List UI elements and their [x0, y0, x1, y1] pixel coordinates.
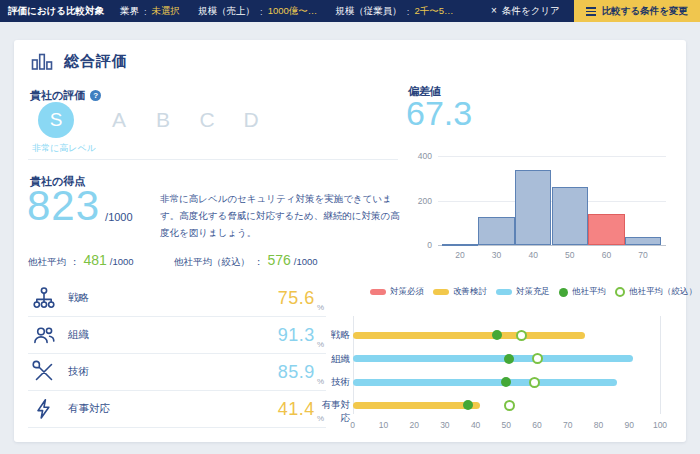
- histogram-bar: [442, 244, 479, 246]
- tools-icon: [32, 360, 56, 384]
- category-row: 戦略75.6%: [28, 280, 326, 317]
- histogram-bar: [552, 187, 589, 245]
- legend-label: 他社平均: [572, 286, 606, 298]
- peer-average-dot: [501, 377, 511, 387]
- legend-label: 他社平均（絞込）: [629, 286, 697, 298]
- filter-value: 未選択: [152, 5, 181, 18]
- peer-average-filtered-denominator: /1000: [294, 256, 318, 267]
- bolt-icon: [32, 397, 56, 421]
- histogram-y-tick: 400: [404, 151, 432, 161]
- bar-chart-icon: [30, 50, 54, 72]
- x-axis-tick: 100: [648, 420, 672, 430]
- x-axis-tick: 10: [371, 420, 395, 430]
- filter-separator: :: [260, 6, 263, 17]
- rating-heading: 貴社の評価?: [30, 88, 101, 103]
- peer-average-filtered-separator: ：: [254, 256, 264, 269]
- grade-b: B: [148, 102, 178, 138]
- peer-average-filtered-label: 他社平均（絞込）: [174, 256, 250, 269]
- histogram-bar: [625, 237, 662, 245]
- category-row: 有事対応41.4%: [28, 391, 326, 428]
- category-value: 91.3: [278, 325, 315, 346]
- peer-average-denominator: /1000: [110, 256, 134, 267]
- x-axis-tick: 50: [494, 420, 518, 430]
- legend-dot: [559, 288, 568, 297]
- row-label: 戦略: [314, 329, 350, 342]
- filter-value: 2千〜5…: [414, 5, 453, 18]
- histogram-bar: [588, 214, 625, 245]
- grade-d: D: [236, 102, 266, 138]
- clear-conditions-label: 条件をクリア: [502, 5, 560, 18]
- score-bar: [353, 332, 585, 339]
- legend-item: 対策必須: [370, 286, 424, 298]
- peer-average-dot: [492, 330, 502, 340]
- topbar-filter: 業界:未選択: [120, 5, 180, 18]
- rating-heading-label: 貴社の評価: [30, 89, 85, 101]
- peer-average-dot: [463, 400, 473, 410]
- score-bar: [353, 379, 617, 386]
- category-label: 組織: [68, 328, 89, 342]
- category-row: 技術85.9%: [28, 354, 326, 391]
- x-axis-tick: 60: [525, 420, 549, 430]
- x-axis-tick: 80: [587, 420, 611, 430]
- grade-c: C: [192, 102, 222, 138]
- help-icon[interactable]: ?: [90, 90, 101, 101]
- filter-separator: :: [407, 6, 410, 17]
- row-label: 組織: [314, 353, 350, 366]
- peer-average-row: 他社平均 ： 481 /1000 他社平均（絞込） ： 576 /1000: [28, 252, 408, 270]
- axis-boundary-line: [353, 316, 354, 414]
- close-icon: ×: [491, 6, 497, 16]
- change-conditions-button[interactable]: 比較する条件を変更: [574, 0, 700, 22]
- grade-s: S: [38, 102, 74, 138]
- chart-legend: 対策必須改善検討対策充足他社平均他社平均（絞込）: [370, 286, 686, 298]
- change-conditions-label: 比較する条件を変更: [602, 5, 688, 18]
- histogram-gridline: [438, 156, 666, 157]
- deviation-value: 67.3: [406, 94, 472, 133]
- histogram-y-tick: 0: [404, 240, 432, 250]
- score-value: 823: [27, 186, 100, 226]
- menu-icon: [586, 7, 596, 16]
- card-title-row: 総合評価: [30, 50, 128, 72]
- peer-average-filtered-circle: [504, 400, 515, 411]
- peer-average: 他社平均 ： 481 /1000: [28, 252, 134, 269]
- histogram-x-tick: 30: [485, 250, 509, 260]
- top-bar: 評価における比較対象 業界:未選択規模（売上）:1000億〜…規模（従業員）:2…: [0, 0, 700, 22]
- score-description: 非常に高レベルのセキュリティ対策を実施できています。高度化する脅威に対応するため…: [160, 190, 400, 241]
- category-label: 有事対応: [68, 402, 110, 416]
- histogram-y-tick: 200: [404, 196, 432, 206]
- overall-evaluation-card: 総合評価 貴社の評価? SABCD 非常に高レベル 貴社の得点 823 /100…: [14, 40, 686, 442]
- category-value: 85.9: [278, 362, 315, 383]
- page-title: 総合評価: [64, 52, 128, 71]
- selected-grade-label: 非常に高レベル: [32, 142, 96, 155]
- score-bar: [353, 355, 634, 362]
- legend-item: 他社平均: [559, 286, 606, 298]
- peer-average-filtered-value: 576: [268, 252, 291, 268]
- section-divider: [28, 159, 398, 160]
- page: 評価における比較対象 業界:未選択規模（売上）:1000億〜…規模（従業員）:2…: [0, 0, 700, 454]
- category-label: 技術: [68, 365, 89, 379]
- peer-average-dot: [504, 354, 514, 364]
- topbar-title: 評価における比較対象: [8, 5, 104, 18]
- peer-average-filtered-circle: [529, 377, 540, 388]
- topbar-filter: 規模（従業員）:2千〜5…: [335, 5, 453, 18]
- x-axis-tick: 30: [433, 420, 457, 430]
- x-axis-tick: 40: [464, 420, 488, 430]
- peer-average-label: 他社平均: [28, 256, 66, 269]
- peer-average-filtered: 他社平均（絞込） ： 576 /1000: [174, 252, 318, 269]
- histogram-bar: [515, 170, 552, 245]
- topbar-actions: × 条件をクリア 比較する条件を変更: [477, 0, 700, 22]
- histogram-bar: [478, 217, 515, 245]
- row-label: 技術: [314, 376, 350, 389]
- score-row: 823 /1000: [27, 186, 133, 226]
- peer-average-value: 481: [84, 252, 107, 268]
- clear-conditions-button[interactable]: × 条件をクリア: [477, 0, 574, 22]
- filter-separator: :: [144, 6, 147, 17]
- category-list: 戦略75.6%組織91.3%技術85.9%有事対応41.4%: [28, 280, 326, 428]
- legend-label: 対策充足: [516, 286, 550, 298]
- legend-item: 対策充足: [496, 286, 550, 298]
- histogram-x-tick: 20: [448, 250, 472, 260]
- legend-label: 改善検討: [453, 286, 487, 298]
- legend-swatch: [496, 289, 512, 295]
- legend-swatch: [370, 289, 386, 295]
- legend-item: 他社平均（絞込）: [615, 286, 697, 298]
- filter-label: 規模（従業員）: [335, 5, 402, 18]
